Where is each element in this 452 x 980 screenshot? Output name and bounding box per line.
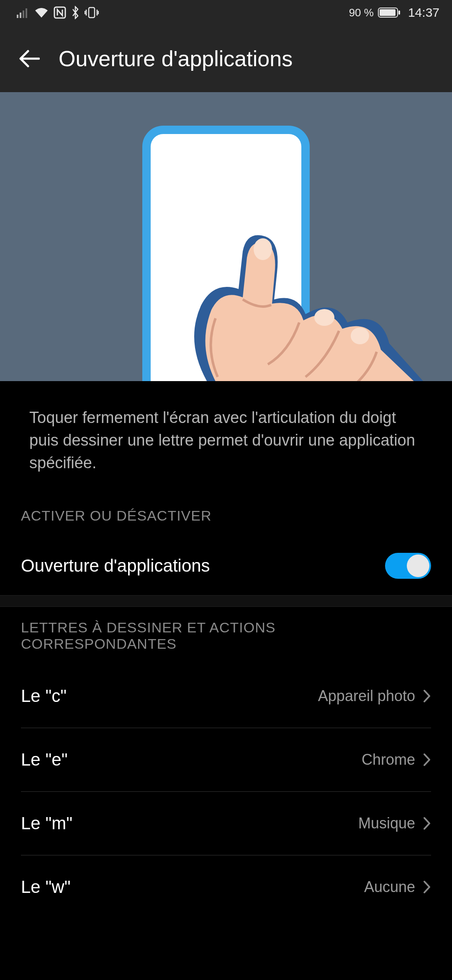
letter-label: Le "e" <box>21 750 68 770</box>
svg-rect-8 <box>398 10 400 15</box>
letter-value-text: Musique <box>358 815 415 832</box>
svg-point-10 <box>314 309 334 326</box>
page-title: Ouverture d'applications <box>59 46 293 71</box>
chevron-right-icon <box>423 880 431 894</box>
section-header-toggle: ACTIVER OU DÉSACTIVER <box>0 508 452 536</box>
section-header-letters: LETTRES À DESSINER ET ACTIONS CORRESPOND… <box>0 607 452 665</box>
letter-value: Aucune <box>364 878 431 896</box>
svg-point-9 <box>254 238 272 260</box>
svg-rect-1 <box>20 13 21 18</box>
description-text: Toquer fermement l'écran avec l'articula… <box>0 381 452 508</box>
status-left <box>17 6 99 19</box>
letter-row-c[interactable]: Le "c" Appareil photo <box>0 665 452 727</box>
letter-value: Appareil photo <box>318 687 431 705</box>
chevron-right-icon <box>423 816 431 830</box>
chevron-right-icon <box>423 689 431 703</box>
signal-icon <box>17 7 29 18</box>
letter-row-w[interactable]: Le "w" Aucune <box>0 856 452 918</box>
chevron-right-icon <box>423 753 431 767</box>
letter-row-e[interactable]: Le "e" Chrome <box>0 728 452 791</box>
svg-rect-5 <box>89 8 95 18</box>
wifi-icon <box>34 7 49 18</box>
arrow-left-icon <box>19 49 40 68</box>
toggle-row[interactable]: Ouverture d'applications <box>0 536 452 595</box>
letter-label: Le "m" <box>21 813 72 833</box>
clock: 14:37 <box>408 5 439 20</box>
battery-icon <box>378 7 401 18</box>
section-gap <box>0 595 452 607</box>
toggle-label: Ouverture d'applications <box>21 556 210 576</box>
letter-label: Le "c" <box>21 686 67 706</box>
illustration <box>0 92 452 381</box>
svg-rect-7 <box>380 9 396 16</box>
letter-value: Chrome <box>362 751 431 769</box>
app-bar: Ouverture d'applications <box>0 25 452 92</box>
illustration-hand <box>159 226 427 381</box>
svg-rect-2 <box>23 10 24 18</box>
battery-percent: 90 % <box>349 6 374 19</box>
svg-rect-0 <box>17 15 18 18</box>
toggle-knob <box>407 554 429 577</box>
letter-row-m[interactable]: Le "m" Musique <box>0 792 452 855</box>
letter-value-text: Aucune <box>364 878 415 896</box>
svg-rect-3 <box>26 8 27 18</box>
letter-value-text: Appareil photo <box>318 687 415 705</box>
letter-value-text: Chrome <box>362 751 415 769</box>
toggle-switch[interactable] <box>385 553 431 579</box>
nfc-icon <box>54 6 66 19</box>
letter-list: Le "c" Appareil photo Le "e" Chrome Le "… <box>0 665 452 918</box>
bluetooth-icon <box>71 6 80 19</box>
vibrate-icon <box>85 6 99 19</box>
letter-label: Le "w" <box>21 877 71 897</box>
back-button[interactable] <box>17 46 42 71</box>
status-bar: 90 % 14:37 <box>0 0 452 25</box>
letter-value: Musique <box>358 815 431 832</box>
svg-point-11 <box>351 328 369 344</box>
status-right: 90 % 14:37 <box>349 5 439 20</box>
